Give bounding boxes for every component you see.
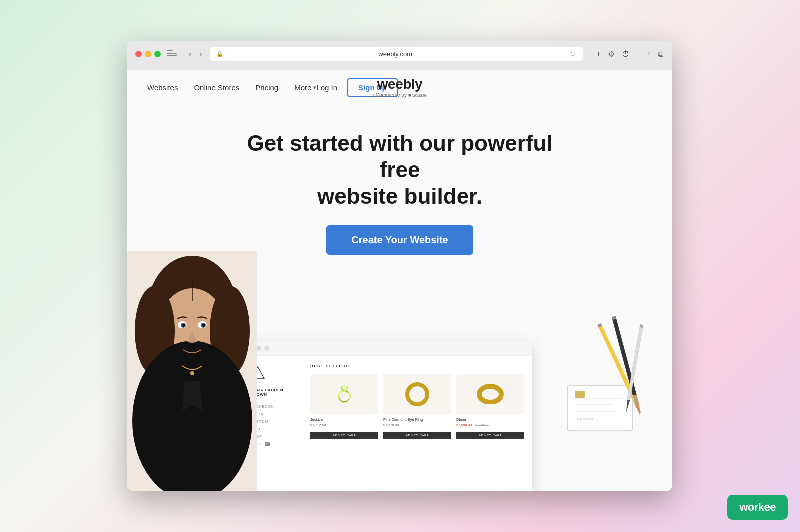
share-button[interactable]: ↑ bbox=[646, 48, 652, 60]
maximize-button[interactable] bbox=[154, 51, 161, 58]
svg-point-17 bbox=[408, 384, 428, 404]
nav-left: Websites Online Stores Pricing More ▾ bbox=[148, 84, 316, 92]
mini-site-content: BLAIR LAUREN BROWN LOOKBOOK BRIDAL CUSTO… bbox=[242, 356, 532, 491]
site-logo: weebly eCommerce by ■ Square bbox=[373, 78, 427, 98]
hero-person-image bbox=[128, 251, 258, 491]
sidebar-toggle-icon[interactable] bbox=[167, 50, 177, 58]
workee-badge: workee bbox=[728, 495, 788, 520]
mini-product-2-add-btn[interactable]: ADD TO CART bbox=[384, 432, 452, 439]
traffic-lights bbox=[136, 51, 161, 58]
ring-band-icon bbox=[405, 382, 430, 407]
svg-point-14 bbox=[190, 372, 194, 376]
svg-point-12 bbox=[182, 324, 186, 327]
minimize-button[interactable] bbox=[145, 51, 152, 58]
mini-product-3-name: Diana bbox=[456, 418, 524, 422]
mini-product-2-image bbox=[384, 374, 452, 414]
copy-tab-button[interactable]: ⧉ bbox=[657, 48, 664, 60]
svg-point-13 bbox=[202, 324, 206, 327]
url-display: weebly.com bbox=[228, 50, 564, 58]
pencils-decoration: 4411 1239 56 bbox=[558, 316, 658, 491]
mini-product-1-price: $1,712.50 bbox=[310, 424, 378, 427]
address-bar[interactable]: 🔒 weebly.com ↻ bbox=[210, 47, 584, 62]
browser-chrome: ‹ › 🔒 weebly.com ↻ + ⚙ ⏱ ↑ ⧉ bbox=[128, 41, 672, 70]
svg-point-18 bbox=[480, 386, 502, 402]
website-content: Websites Online Stores Pricing More ▾ we… bbox=[128, 70, 672, 491]
svg-rect-23 bbox=[575, 391, 585, 398]
mini-product-2: Fine Diamond Eye Ring $1,275.00 ADD TO C… bbox=[384, 374, 452, 439]
forward-button[interactable]: › bbox=[198, 49, 204, 60]
new-tab-button[interactable]: + bbox=[596, 48, 602, 60]
history-button[interactable]: ⏱ bbox=[621, 48, 631, 60]
back-button[interactable]: ‹ bbox=[187, 49, 194, 60]
hero-text: Get started with our powerful free websi… bbox=[128, 106, 672, 255]
hero-section: Get started with our powerful free websi… bbox=[128, 106, 672, 491]
reload-button[interactable]: ↻ bbox=[568, 50, 578, 59]
svg-text:4411 1239 56: 4411 1239 56 bbox=[575, 418, 594, 420]
nav-wrapper: Websites Online Stores Pricing More ▾ we… bbox=[148, 78, 652, 97]
mini-product-2-name: Fine Diamond Eye Ring bbox=[384, 418, 452, 422]
mini-product-3-price: $1,900.00 $2,299.00 bbox=[456, 424, 524, 427]
login-button[interactable]: Log In bbox=[316, 84, 338, 92]
mini-product-1: 💍 Jessica $1,712.50 ADD TO CART bbox=[310, 374, 378, 439]
nav-pricing[interactable]: Pricing bbox=[256, 84, 278, 92]
nav-online-stores[interactable]: Online Stores bbox=[194, 84, 240, 92]
ssl-lock-icon: 🔒 bbox=[216, 51, 224, 58]
browser-window: ‹ › 🔒 weebly.com ↻ + ⚙ ⏱ ↑ ⧉ bbox=[128, 41, 672, 491]
browser-actions: + ⚙ ⏱ ↑ ⧉ bbox=[596, 48, 664, 60]
site-nav: Websites Online Stores Pricing More ▾ we… bbox=[128, 70, 672, 106]
logo-tagline: eCommerce by ■ Square bbox=[373, 92, 427, 98]
ring-band-wide-icon bbox=[477, 384, 504, 404]
svg-rect-35 bbox=[640, 324, 644, 328]
tab-bar bbox=[136, 66, 664, 70]
mini-product-1-add-btn[interactable]: ADD TO CART bbox=[310, 432, 378, 439]
hero-headline: Get started with our powerful free websi… bbox=[225, 130, 575, 210]
create-website-button[interactable]: Create Your Website bbox=[326, 226, 473, 255]
mini-section-title: BEST SELLERS bbox=[310, 364, 524, 368]
browser-titlebar: ‹ › 🔒 weebly.com ↻ + ⚙ ⏱ ↑ ⧉ bbox=[136, 47, 664, 62]
mini-product-3-image bbox=[456, 374, 524, 414]
mini-products-grid: 💍 Jessica $1,712.50 ADD TO CART bbox=[310, 374, 524, 439]
mini-product-2-price: $1,275.00 bbox=[384, 424, 452, 427]
svg-marker-31 bbox=[636, 404, 642, 416]
nav-more[interactable]: More ▾ bbox=[294, 84, 316, 92]
nav-websites[interactable]: Websites bbox=[148, 84, 178, 92]
mini-dot-3 bbox=[264, 346, 270, 351]
close-button[interactable] bbox=[136, 51, 142, 58]
mini-browser-bar bbox=[242, 341, 532, 356]
mini-site-main: BEST SELLERS 💍 Jessica $1,712.50 ADD TO … bbox=[302, 356, 532, 491]
logo-wordmark: weebly bbox=[373, 78, 427, 92]
mini-product-3-add-btn[interactable]: ADD TO CART bbox=[456, 432, 524, 439]
mini-website-preview: BLAIR LAUREN BROWN LOOKBOOK BRIDAL CUSTO… bbox=[242, 341, 532, 491]
settings-button[interactable]: ⚙ bbox=[607, 48, 616, 60]
browser-nav-controls: ‹ › bbox=[187, 49, 204, 60]
mini-product-1-name: Jessica bbox=[310, 418, 378, 422]
mini-product-1-image: 💍 bbox=[310, 374, 378, 414]
mini-product-3: Diana $1,900.00 $2,299.00 ADD TO CART bbox=[456, 374, 524, 439]
